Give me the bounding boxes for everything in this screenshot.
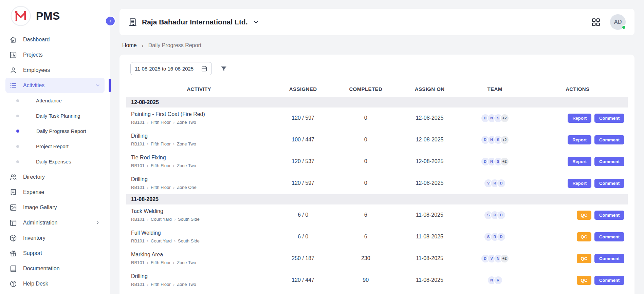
qc-button[interactable]: QC: [577, 254, 592, 263]
sidebar-item-documentation[interactable]: Documentation: [5, 261, 105, 276]
completed-cell: 0: [334, 151, 397, 173]
comment-button[interactable]: Comment: [594, 135, 624, 144]
actions-group: QCComment: [530, 276, 625, 285]
apps-grid-icon[interactable]: [591, 18, 601, 27]
activity-cell: Tie Rod FixingRB101›Fifth Floor›Zone Two: [126, 151, 272, 173]
sidebar-item-label: Dashboard: [23, 37, 50, 43]
qc-button[interactable]: QC: [577, 232, 592, 241]
chevron-right-icon: [95, 220, 100, 226]
team-cell: DNS+2: [462, 151, 528, 173]
chevron-right-icon: ›: [173, 282, 174, 287]
main-area: Raja Bahadur International Ltd. AD: [110, 0, 644, 294]
path-segment: Zone Two: [177, 260, 196, 265]
report-button[interactable]: Report: [568, 179, 591, 188]
qc-button[interactable]: QC: [577, 276, 592, 285]
breadcrumb-home[interactable]: Home: [122, 42, 137, 48]
chevron-right-icon: ›: [173, 141, 174, 146]
path-segment: Fifth Floor: [151, 163, 171, 168]
directory-icon: [10, 173, 17, 181]
sidebar-item-daily-progress-report[interactable]: Daily Progress Report: [5, 123, 105, 139]
sidebar-item-directory[interactable]: Directory: [5, 169, 105, 184]
online-status-dot: [622, 25, 626, 30]
team-more-badge[interactable]: +2: [500, 114, 509, 123]
activity-name: Full Welding: [131, 230, 269, 236]
filter-bar: 11-08-2025 to 16-08-2025: [126, 62, 628, 75]
chevron-right-icon: ›: [173, 120, 174, 125]
actions-group: ReportComment: [530, 114, 625, 123]
team-more-badge[interactable]: +2: [500, 135, 509, 144]
completed-cell: 0: [334, 173, 397, 194]
sidebar-item-image-gallary[interactable]: Image Gallary: [5, 200, 105, 215]
path-segment: Court Yard: [151, 238, 172, 243]
sidebar-item-inventory[interactable]: Inventory: [5, 230, 105, 246]
actions-group: ReportComment: [530, 135, 625, 144]
activity-cell: DrillingRB101›Fifth Floor›Zone Two: [126, 270, 272, 291]
sidebar-nav: DashboardProjectsEmployeesActivitiesAtte…: [0, 32, 110, 291]
actions-group: ReportComment: [530, 179, 625, 188]
path-segment: Fifth Floor: [151, 282, 171, 287]
activity-name: Drilling: [131, 176, 269, 182]
activity-path: RB101›Court Yard›South Side: [131, 238, 269, 243]
sidebar: PMS DashboardProjectsEmployeesActivities…: [0, 0, 110, 294]
assigned-cell: 120 / 537: [272, 151, 334, 173]
sidebar-item-project-report[interactable]: Project Report: [5, 139, 105, 154]
assign-on-cell: 12-08-2025: [397, 107, 462, 129]
team-avatars: SRD: [465, 211, 525, 220]
content-card: 11-08-2025 to 16-08-2025 ACTIVITYASS: [119, 55, 634, 294]
comment-button[interactable]: Comment: [594, 211, 624, 220]
assigned-cell: 120 / 447: [272, 270, 334, 291]
team-avatar: D: [497, 211, 506, 220]
activity-path: RB101›Court Yard›South Side: [131, 217, 269, 222]
actions-group: QCComment: [530, 211, 625, 220]
sidebar-item-daily-expenses[interactable]: Daily Expenses: [5, 154, 105, 169]
comment-button[interactable]: Comment: [594, 276, 624, 285]
sidebar-item-dashboard[interactable]: Dashboard: [5, 32, 105, 47]
path-segment: Zone Two: [177, 163, 196, 168]
app-root: PMS DashboardProjectsEmployeesActivities…: [0, 0, 644, 294]
assigned-cell: 120 / 597: [272, 173, 334, 194]
date-range-input[interactable]: 11-08-2025 to 16-08-2025: [130, 62, 212, 75]
sidebar-item-employees[interactable]: Employees: [5, 62, 105, 78]
report-button[interactable]: Report: [568, 114, 591, 123]
assign-on-cell: 12-08-2025: [397, 129, 462, 151]
app-logo[interactable]: PMS: [0, 0, 110, 32]
qc-button[interactable]: QC: [577, 211, 592, 220]
activity-cell: Marking AreaRB101›Fifth Floor›Zone Two: [126, 248, 272, 270]
report-button[interactable]: Report: [568, 157, 591, 166]
comment-button[interactable]: Comment: [594, 232, 624, 241]
comment-button[interactable]: Comment: [594, 157, 624, 166]
company-selector[interactable]: Raja Bahadur International Ltd.: [128, 18, 259, 26]
date-group-row: 12-08-2025: [126, 97, 628, 107]
chevron-right-icon: ›: [147, 120, 148, 125]
activity-path: RB101›Fifth Floor›Zone Two: [131, 260, 269, 265]
report-button[interactable]: Report: [568, 135, 591, 144]
comment-button[interactable]: Comment: [594, 254, 624, 263]
sidebar-item-help-desk[interactable]: Help Desk: [5, 276, 105, 291]
sidebar-item-projects[interactable]: Projects: [5, 47, 105, 62]
breadcrumb-chevron-icon: ›: [142, 42, 144, 48]
sidebar-item-attendance[interactable]: Attendance: [5, 93, 105, 108]
comment-button[interactable]: Comment: [594, 114, 624, 123]
sidebar-item-administration[interactable]: Administration: [5, 215, 105, 230]
user-avatar[interactable]: AD: [610, 14, 626, 30]
path-segment: RB101: [131, 141, 145, 146]
chevron-right-icon: ›: [147, 282, 148, 287]
sidebar-collapse-button[interactable]: [105, 16, 116, 26]
completed-cell: 0: [334, 107, 397, 129]
bullet-dot-icon: [16, 160, 19, 163]
completed-cell: 0: [334, 129, 397, 151]
team-more-badge[interactable]: +2: [500, 157, 509, 166]
team-more-badge[interactable]: +2: [500, 254, 509, 263]
sidebar-item-daily-task-planning[interactable]: Daily Task Planning: [5, 108, 105, 123]
team-avatar: D: [497, 179, 506, 188]
sidebar-item-support[interactable]: Support: [5, 246, 105, 261]
group-date: 12-08-2025: [126, 97, 628, 107]
filter-icon[interactable]: [220, 65, 227, 73]
actions-group: QCComment: [530, 232, 625, 241]
activity-cell: Full WeldingRB101›Court Yard›South Side: [126, 226, 272, 248]
activity-cell: Tack WeldingRB101›Court Yard›South Side: [126, 204, 272, 226]
sidebar-item-activities[interactable]: Activities: [5, 78, 105, 93]
sidebar-item-expense[interactable]: Expense: [5, 184, 105, 200]
comment-button[interactable]: Comment: [594, 179, 624, 188]
projects-icon: [10, 51, 17, 59]
